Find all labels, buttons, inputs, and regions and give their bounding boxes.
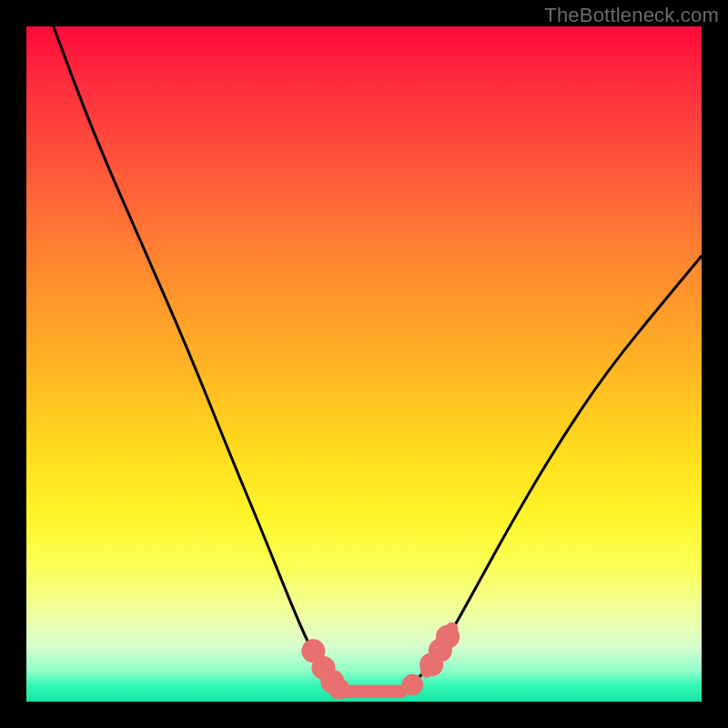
curve-svg <box>26 26 702 702</box>
plot-area <box>26 26 702 702</box>
svg-point-6 <box>402 674 423 695</box>
chart-frame: TheBottleneck.com <box>0 0 728 728</box>
watermark-text: TheBottleneck.com <box>544 4 719 27</box>
svg-point-9 <box>436 625 460 649</box>
bottleneck-curve-path <box>54 26 702 693</box>
svg-point-5 <box>329 678 349 699</box>
